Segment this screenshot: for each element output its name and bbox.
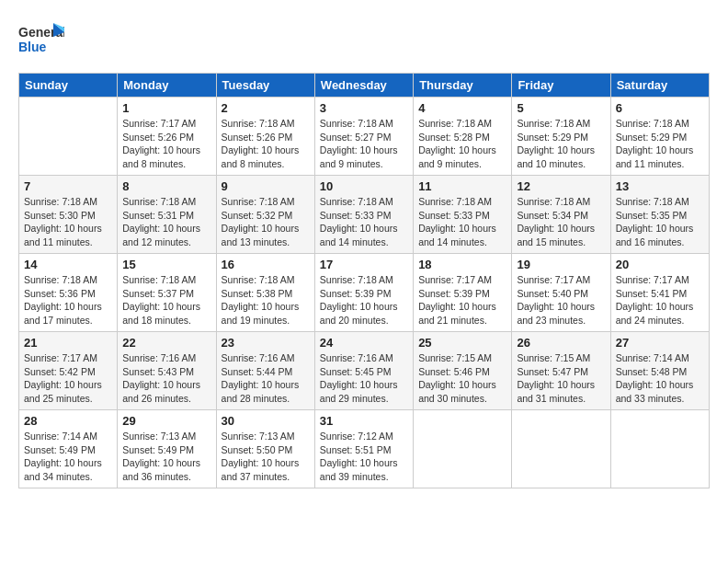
calendar-cell: 23Sunrise: 7:16 AM Sunset: 5:44 PM Dayli… [216,332,314,410]
day-number: 10 [320,179,408,193]
day-info: Sunrise: 7:18 AM Sunset: 5:27 PM Dayligh… [320,117,408,171]
calendar-cell: 27Sunrise: 7:14 AM Sunset: 5:48 PM Dayli… [610,332,709,410]
day-number: 9 [222,179,310,193]
calendar-cell: 16Sunrise: 7:18 AM Sunset: 5:38 PM Dayli… [216,254,314,332]
calendar-cell [610,410,709,488]
day-info: Sunrise: 7:15 AM Sunset: 5:46 PM Dayligh… [418,351,506,406]
day-number: 6 [616,101,704,115]
day-number: 23 [222,336,310,350]
calendar-cell: 30Sunrise: 7:13 AM Sunset: 5:50 PM Dayli… [216,410,314,488]
weekday-header-thursday: Thursday [414,74,512,98]
day-info: Sunrise: 7:13 AM Sunset: 5:50 PM Dayligh… [222,430,310,484]
day-info: Sunrise: 7:18 AM Sunset: 5:37 PM Dayligh… [122,273,210,327]
day-info: Sunrise: 7:15 AM Sunset: 5:47 PM Dayligh… [517,351,605,406]
day-info: Sunrise: 7:17 AM Sunset: 5:26 PM Dayligh… [122,117,210,171]
day-number: 27 [616,336,704,350]
calendar-cell: 25Sunrise: 7:15 AM Sunset: 5:46 PM Dayli… [414,332,512,410]
day-number: 30 [222,414,310,428]
calendar-cell: 19Sunrise: 7:17 AM Sunset: 5:40 PM Dayli… [512,254,610,332]
day-info: Sunrise: 7:18 AM Sunset: 5:34 PM Dayligh… [517,195,605,249]
weekday-header-sunday: Sunday [19,74,118,98]
logo: General Blue [18,18,64,63]
day-number: 8 [122,179,210,193]
day-info: Sunrise: 7:17 AM Sunset: 5:41 PM Dayligh… [616,273,704,327]
calendar-cell [19,98,118,176]
calendar-cell: 15Sunrise: 7:18 AM Sunset: 5:37 PM Dayli… [118,254,216,332]
calendar-cell: 22Sunrise: 7:16 AM Sunset: 5:43 PM Dayli… [118,332,216,410]
day-number: 5 [517,101,605,115]
day-number: 2 [222,101,310,115]
day-number: 7 [24,179,112,193]
day-number: 19 [517,258,605,271]
day-number: 24 [320,336,408,350]
calendar-cell: 11Sunrise: 7:18 AM Sunset: 5:33 PM Dayli… [414,176,512,254]
calendar-cell: 10Sunrise: 7:18 AM Sunset: 5:33 PM Dayli… [314,176,413,254]
day-info: Sunrise: 7:18 AM Sunset: 5:29 PM Dayligh… [616,117,704,171]
calendar-cell: 24Sunrise: 7:16 AM Sunset: 5:45 PM Dayli… [314,332,413,410]
day-info: Sunrise: 7:16 AM Sunset: 5:45 PM Dayligh… [320,351,408,406]
day-number: 4 [418,101,506,115]
calendar-cell [512,410,610,488]
day-info: Sunrise: 7:14 AM Sunset: 5:49 PM Dayligh… [24,430,112,484]
calendar-cell: 6Sunrise: 7:18 AM Sunset: 5:29 PM Daylig… [610,98,709,176]
day-number: 18 [418,258,506,271]
calendar-cell: 4Sunrise: 7:18 AM Sunset: 5:28 PM Daylig… [414,98,512,176]
calendar-cell: 29Sunrise: 7:13 AM Sunset: 5:49 PM Dayli… [118,410,216,488]
day-info: Sunrise: 7:18 AM Sunset: 5:33 PM Dayligh… [418,195,506,249]
calendar-week-5: 28Sunrise: 7:14 AM Sunset: 5:49 PM Dayli… [19,410,710,488]
calendar-header-row: SundayMondayTuesdayWednesdayThursdayFrid… [19,74,710,98]
calendar-cell [414,410,512,488]
calendar-cell: 21Sunrise: 7:17 AM Sunset: 5:42 PM Dayli… [19,332,118,410]
day-info: Sunrise: 7:18 AM Sunset: 5:28 PM Dayligh… [418,117,506,171]
day-info: Sunrise: 7:17 AM Sunset: 5:39 PM Dayligh… [418,273,506,327]
calendar-cell: 3Sunrise: 7:18 AM Sunset: 5:27 PM Daylig… [314,98,413,176]
logo-icon: General Blue [18,18,64,63]
day-number: 3 [320,101,408,115]
day-number: 14 [24,258,112,271]
calendar-cell: 26Sunrise: 7:15 AM Sunset: 5:47 PM Dayli… [512,332,610,410]
day-number: 22 [122,336,210,350]
calendar-week-4: 21Sunrise: 7:17 AM Sunset: 5:42 PM Dayli… [19,332,710,410]
calendar-cell: 12Sunrise: 7:18 AM Sunset: 5:34 PM Dayli… [512,176,610,254]
day-info: Sunrise: 7:16 AM Sunset: 5:44 PM Dayligh… [222,351,310,406]
day-number: 15 [122,258,210,271]
page-header: General Blue [18,18,710,63]
day-info: Sunrise: 7:14 AM Sunset: 5:48 PM Dayligh… [616,351,704,406]
calendar-cell: 1Sunrise: 7:17 AM Sunset: 5:26 PM Daylig… [118,98,216,176]
day-info: Sunrise: 7:13 AM Sunset: 5:49 PM Dayligh… [122,430,210,484]
calendar-cell: 5Sunrise: 7:18 AM Sunset: 5:29 PM Daylig… [512,98,610,176]
day-number: 28 [24,414,112,428]
day-number: 31 [320,414,408,428]
calendar-cell: 9Sunrise: 7:18 AM Sunset: 5:32 PM Daylig… [216,176,314,254]
calendar-cell: 20Sunrise: 7:17 AM Sunset: 5:41 PM Dayli… [610,254,709,332]
calendar-cell: 8Sunrise: 7:18 AM Sunset: 5:31 PM Daylig… [118,176,216,254]
day-info: Sunrise: 7:18 AM Sunset: 5:39 PM Dayligh… [320,273,408,327]
weekday-header-tuesday: Tuesday [216,74,314,98]
day-info: Sunrise: 7:18 AM Sunset: 5:36 PM Dayligh… [24,273,112,327]
calendar-week-1: 1Sunrise: 7:17 AM Sunset: 5:26 PM Daylig… [19,98,710,176]
calendar-cell: 17Sunrise: 7:18 AM Sunset: 5:39 PM Dayli… [314,254,413,332]
day-number: 11 [418,179,506,193]
calendar-week-2: 7Sunrise: 7:18 AM Sunset: 5:30 PM Daylig… [19,176,710,254]
weekday-header-saturday: Saturday [610,74,709,98]
calendar-cell: 13Sunrise: 7:18 AM Sunset: 5:35 PM Dayli… [610,176,709,254]
day-number: 25 [418,336,506,350]
day-number: 20 [616,258,704,271]
day-info: Sunrise: 7:18 AM Sunset: 5:32 PM Dayligh… [222,195,310,249]
day-number: 26 [517,336,605,350]
calendar-cell: 14Sunrise: 7:18 AM Sunset: 5:36 PM Dayli… [19,254,118,332]
day-number: 29 [122,414,210,428]
day-number: 16 [222,258,310,271]
day-info: Sunrise: 7:18 AM Sunset: 5:30 PM Dayligh… [24,195,112,249]
day-number: 13 [616,179,704,193]
calendar-week-3: 14Sunrise: 7:18 AM Sunset: 5:36 PM Dayli… [19,254,710,332]
day-number: 1 [122,101,210,115]
day-number: 12 [517,179,605,193]
day-number: 21 [24,336,112,350]
day-info: Sunrise: 7:18 AM Sunset: 5:35 PM Dayligh… [616,195,704,249]
day-info: Sunrise: 7:18 AM Sunset: 5:38 PM Dayligh… [222,273,310,327]
day-info: Sunrise: 7:18 AM Sunset: 5:26 PM Dayligh… [222,117,310,171]
calendar-cell: 7Sunrise: 7:18 AM Sunset: 5:30 PM Daylig… [19,176,118,254]
day-info: Sunrise: 7:18 AM Sunset: 5:33 PM Dayligh… [320,195,408,249]
day-info: Sunrise: 7:16 AM Sunset: 5:43 PM Dayligh… [122,351,210,406]
